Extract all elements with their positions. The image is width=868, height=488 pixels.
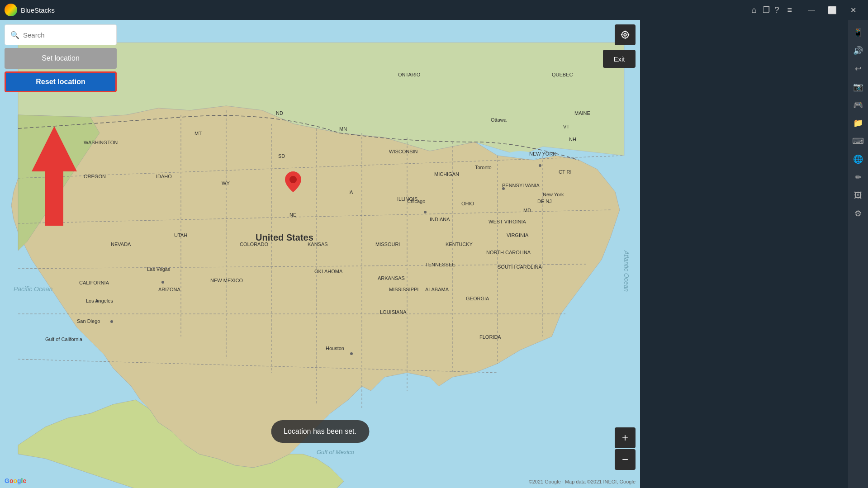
sidebar-icon-gamepad[interactable]: 🎮: [850, 97, 866, 113]
svg-point-22: [502, 187, 505, 190]
search-box[interactable]: 🔍: [5, 24, 117, 45]
window-controls: ? ≡ — ⬜ ✕: [774, 0, 863, 20]
sidebar-icon-phone[interactable]: 📱: [850, 24, 866, 41]
svg-point-31: [622, 32, 629, 38]
app-title: BlueStacks: [21, 6, 752, 14]
sidebar-icon-volume[interactable]: 🔊: [850, 43, 866, 59]
exit-button[interactable]: Exit: [603, 50, 636, 68]
help-icon[interactable]: ?: [774, 5, 779, 15]
map[interactable]: Pacific Ocean Atlantic Ocean Gulf of Mex…: [0, 20, 640, 488]
search-input[interactable]: [23, 31, 111, 39]
minimize-button[interactable]: —: [801, 0, 822, 20]
svg-text:Pacific Ocean: Pacific Ocean: [14, 285, 53, 293]
svg-marker-29: [32, 126, 77, 226]
sidebar-icon-rotate[interactable]: ↩: [850, 61, 866, 77]
zoom-in-button[interactable]: +: [615, 427, 636, 448]
svg-point-25: [96, 300, 99, 303]
maximize-button[interactable]: ⬜: [822, 0, 843, 20]
map-controls: 🔍 Set location Reset location: [5, 24, 117, 92]
copy-icon[interactable]: ❐: [763, 5, 770, 15]
location-pin: [285, 171, 301, 194]
close-button[interactable]: ✕: [843, 0, 863, 20]
sidebar-icon-keyboard[interactable]: ⌨: [850, 133, 866, 149]
set-location-button[interactable]: Set location: [5, 48, 117, 69]
svg-point-26: [110, 320, 113, 323]
svg-point-23: [539, 164, 541, 167]
titlebar: BlueStacks ⌂ ❐ ? ≡ — ⬜ ✕: [0, 0, 868, 20]
svg-point-21: [424, 211, 427, 213]
sidebar-icon-camera[interactable]: 📷: [850, 79, 866, 95]
svg-point-30: [624, 33, 626, 36]
sidebar-icon-screenshot[interactable]: 🖼: [850, 187, 866, 204]
titlebar-nav-icons: ⌂ ❐: [752, 5, 770, 15]
reset-location-button[interactable]: Reset location: [5, 71, 117, 92]
toast-notification: Location has been set.: [271, 420, 369, 443]
locate-button[interactable]: [615, 24, 636, 45]
sidebar-icon-pen[interactable]: ✏: [850, 169, 866, 185]
bluestacks-logo: [5, 4, 17, 16]
zoom-controls: + −: [615, 427, 636, 470]
search-icon: 🔍: [10, 31, 19, 39]
sidebar-icon-folder[interactable]: 📁: [850, 115, 866, 131]
main-content: Pacific Ocean Atlantic Ocean Gulf of Mex…: [0, 20, 640, 488]
svg-text:Gulf of Mexico: Gulf of Mexico: [317, 449, 354, 455]
zoom-out-button[interactable]: −: [615, 449, 636, 470]
menu-icon[interactable]: ≡: [787, 5, 792, 15]
svg-point-24: [161, 281, 164, 284]
svg-text:Atlantic Ocean: Atlantic Ocean: [623, 250, 630, 292]
sidebar-icon-settings[interactable]: ⚙: [850, 205, 866, 222]
svg-point-27: [350, 352, 353, 355]
arrow-annotation: [27, 126, 81, 226]
google-logo: Google: [5, 477, 26, 484]
home-icon[interactable]: ⌂: [752, 5, 757, 15]
svg-point-28: [289, 176, 297, 183]
right-sidebar: 📱 🔊 ↩ 📷 🎮 📁 ⌨ 🌐 ✏ 🖼 ⚙: [848, 20, 868, 488]
sidebar-icon-location[interactable]: 🌐: [850, 151, 866, 167]
map-copyright: ©2021 Google · Map data ©2021 INEGI, Goo…: [529, 479, 636, 484]
